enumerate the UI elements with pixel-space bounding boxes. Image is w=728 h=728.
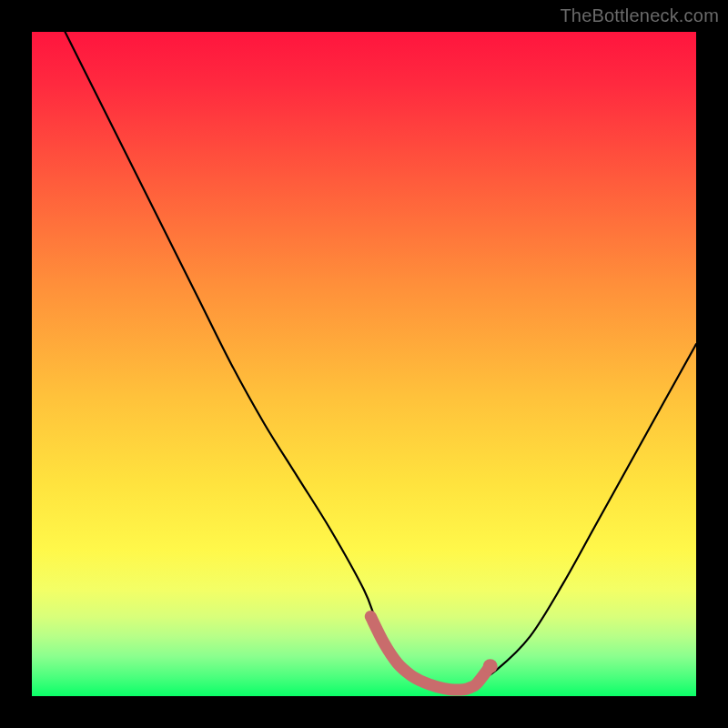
chart-svg (32, 32, 696, 696)
chart-frame: TheBottleneck.com (0, 0, 728, 728)
optimal-marker-line (370, 616, 490, 690)
gradient-plot-area (32, 32, 696, 696)
watermark-text: TheBottleneck.com (560, 5, 719, 26)
optimal-marker-dot (483, 659, 498, 673)
bottleneck-curve-line (66, 32, 697, 690)
